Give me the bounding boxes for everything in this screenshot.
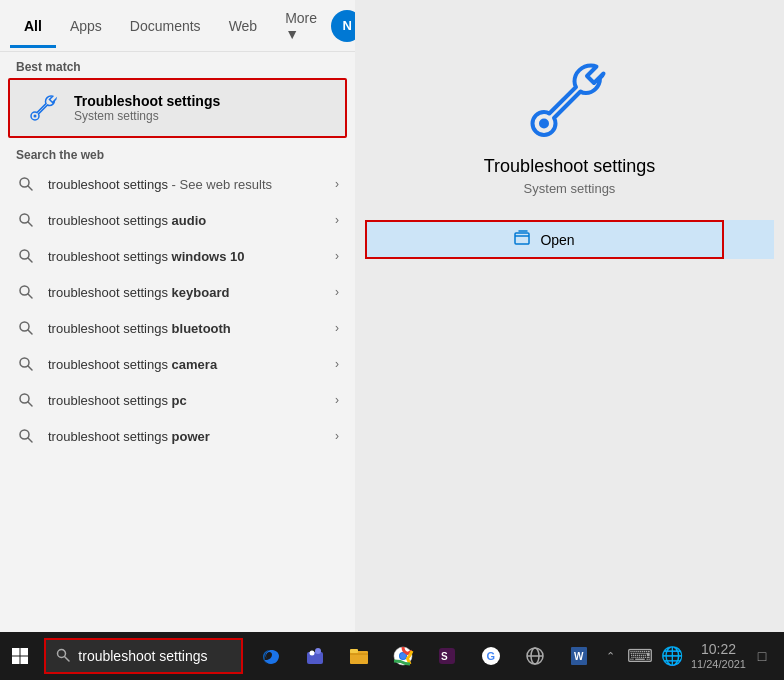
taskbar-slack-icon[interactable]: S (427, 636, 467, 676)
search-result-text-7: troubleshoot settings power (48, 429, 331, 444)
right-panel-title: Troubleshoot settings (484, 156, 655, 177)
svg-point-26 (315, 648, 321, 654)
search-result-text-4: troubleshoot settings bluetooth (48, 321, 331, 336)
search-result-text-3: troubleshoot settings keyboard (48, 285, 331, 300)
taskbar-teams-icon[interactable]: T (295, 636, 335, 676)
svg-rect-30 (350, 649, 358, 653)
search-result-item-6[interactable]: troubleshoot settings pc › (0, 382, 355, 418)
search-right-panel: Troubleshoot settings System settings Op… (355, 0, 784, 640)
tray-notification[interactable]: □ (750, 636, 774, 676)
tray-network-icon[interactable]: 🌐 (661, 645, 683, 667)
open-icon (514, 230, 532, 249)
search-result-item-0[interactable]: troubleshoot settings - See web results … (0, 166, 355, 202)
chevron-right-1: › (335, 213, 339, 227)
chevron-right-6: › (335, 393, 339, 407)
taskbar-search-bar[interactable]: troubleshoot settings (44, 638, 243, 674)
tab-bar: All Apps Documents Web More ▼ N 💬 ⋯ ✕ (0, 0, 355, 52)
svg-rect-20 (21, 648, 29, 656)
taskbar-apps: T S (251, 636, 599, 676)
taskbar-vpn-icon[interactable] (515, 636, 555, 676)
svg-line-16 (28, 438, 32, 442)
chevron-right-4: › (335, 321, 339, 335)
taskbar-search-icon (56, 648, 70, 665)
svg-rect-18 (515, 233, 529, 244)
chevron-right-2: › (335, 249, 339, 263)
right-panel-subtitle: System settings (524, 181, 616, 196)
svg-text:G: G (486, 650, 495, 662)
search-web-label: Search the web (0, 138, 355, 166)
chevron-right-3: › (335, 285, 339, 299)
svg-line-12 (28, 366, 32, 370)
search-result-item-2[interactable]: troubleshoot settings windows 10 › (0, 238, 355, 274)
search-result-icon-7 (16, 426, 36, 446)
svg-line-8 (28, 294, 32, 298)
search-result-icon-6 (16, 390, 36, 410)
search-result-icon-5 (16, 354, 36, 374)
tab-more[interactable]: More ▼ (271, 0, 331, 56)
tab-apps[interactable]: Apps (56, 4, 116, 48)
taskbar-explorer-icon[interactable] (339, 636, 379, 676)
search-result-text-0: troubleshoot settings - See web results (48, 177, 331, 192)
taskbar: troubleshoot settings T (0, 632, 784, 680)
svg-line-10 (28, 330, 32, 334)
svg-line-6 (28, 258, 32, 262)
search-result-icon-3 (16, 282, 36, 302)
svg-text:W: W (574, 651, 584, 662)
svg-text:S: S (441, 651, 448, 662)
tab-all[interactable]: All (10, 4, 56, 48)
search-result-icon-1 (16, 210, 36, 230)
svg-line-14 (28, 402, 32, 406)
chevron-right-0: › (335, 177, 339, 191)
svg-rect-21 (12, 657, 20, 665)
best-match-label: Best match (0, 52, 355, 78)
search-result-icon-4 (16, 318, 36, 338)
svg-line-2 (28, 186, 32, 190)
right-panel-icon (530, 60, 610, 140)
svg-line-4 (28, 222, 32, 226)
taskbar-word-icon[interactable]: W (559, 636, 599, 676)
tray-chevron[interactable]: ⌃ (599, 636, 623, 676)
best-match-item[interactable]: Troubleshoot settings System settings (8, 78, 347, 138)
taskbar-search-text: troubleshoot settings (78, 648, 207, 664)
svg-text:T: T (309, 655, 314, 662)
best-match-title: Troubleshoot settings (74, 93, 220, 109)
best-match-text: Troubleshoot settings System settings (74, 93, 220, 123)
search-result-icon-0 (16, 174, 36, 194)
open-button-extra[interactable] (724, 220, 774, 259)
taskbar-tray: ⌃ ⌨ 🌐 10:22 11/24/2021 □ (599, 636, 784, 676)
chevron-right-5: › (335, 357, 339, 371)
tab-documents[interactable]: Documents (116, 4, 215, 48)
taskbar-chrome-icon[interactable] (383, 636, 423, 676)
open-button-row: Open (365, 220, 774, 259)
start-button[interactable] (4, 636, 36, 676)
tray-keyboard-icon[interactable]: ⌨ (627, 645, 653, 667)
search-result-icon-2 (16, 246, 36, 266)
search-result-item-7[interactable]: troubleshoot settings power › (0, 418, 355, 454)
open-button-label: Open (540, 232, 574, 248)
search-result-text-1: troubleshoot settings audio (48, 213, 331, 228)
taskbar-google-icon[interactable]: G (471, 636, 511, 676)
svg-point-0 (34, 115, 37, 118)
search-result-text-2: troubleshoot settings windows 10 (48, 249, 331, 264)
search-result-item-3[interactable]: troubleshoot settings keyboard › (0, 274, 355, 310)
svg-line-24 (65, 656, 70, 661)
search-result-item-4[interactable]: troubleshoot settings bluetooth › (0, 310, 355, 346)
wrench-icon (26, 90, 62, 126)
tab-web[interactable]: Web (215, 4, 272, 48)
taskbar-edge-icon[interactable] (251, 636, 291, 676)
search-left-panel: All Apps Documents Web More ▼ N 💬 ⋯ ✕ Be… (0, 0, 355, 640)
svg-rect-19 (12, 648, 20, 656)
svg-rect-22 (21, 657, 29, 665)
search-result-text-5: troubleshoot settings camera (48, 357, 331, 372)
tray-clock[interactable]: 10:22 11/24/2021 (691, 641, 746, 671)
search-result-item-1[interactable]: troubleshoot settings audio › (0, 202, 355, 238)
search-result-item-5[interactable]: troubleshoot settings camera › (0, 346, 355, 382)
best-match-subtitle: System settings (74, 109, 220, 123)
search-result-text-6: troubleshoot settings pc (48, 393, 331, 408)
svg-point-33 (400, 653, 406, 659)
svg-point-17 (539, 119, 549, 129)
chevron-right-7: › (335, 429, 339, 443)
open-button[interactable]: Open (365, 220, 724, 259)
